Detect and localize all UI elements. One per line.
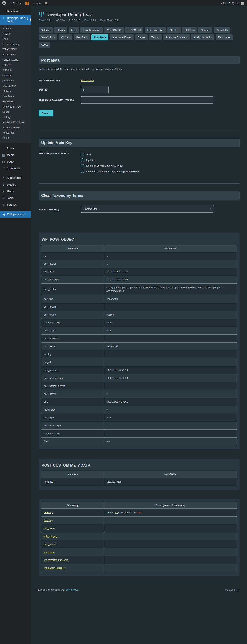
- tab-plugins[interactable]: Plugins: [54, 27, 67, 33]
- submenu-item-post-meta[interactable]: Post Meta: [0, 99, 31, 104]
- sidebar-item-developer-debug-tools[interactable]: ΨDeveloper Debug Tools: [0, 15, 31, 25]
- tab-php-ini[interactable]: PHP.INI: [167, 27, 181, 33]
- debug-adminbar-item[interactable]: ▣: [42, 0, 49, 6]
- tab-site-options[interactable]: Site Options: [39, 34, 57, 40]
- taxonomy-link-wp-pattern-category[interactable]: wp_pattern_category: [44, 566, 65, 569]
- post-id-input[interactable]: [81, 86, 109, 93]
- tab-available-functions[interactable]: Available Functions: [163, 34, 190, 40]
- submenu-item-globals[interactable]: Globals: [0, 88, 31, 94]
- radio-option-update[interactable]: Update: [81, 158, 140, 162]
- version-part: PHP 8.1.12: [69, 19, 80, 21]
- tab-htaccess[interactable]: HTACCESS: [125, 27, 144, 33]
- radio-circle-icon[interactable]: [81, 158, 84, 162]
- tab-available-hooks[interactable]: Available Hooks: [191, 34, 214, 40]
- radio-circle-icon[interactable]: [81, 153, 84, 156]
- my-account-link[interactable]: (User ID: 1) user: [219, 0, 246, 6]
- submenu-item-about[interactable]: About: [0, 135, 31, 140]
- hide-prefixes-input[interactable]: [81, 96, 214, 104]
- submenu-item-shortcode-finder[interactable]: Shortcode Finder: [0, 104, 31, 109]
- tab-error-reporting[interactable]: Error Reporting: [80, 27, 103, 33]
- meta-key-cell: pinged: [41, 358, 104, 366]
- taxonomy-link-post-tag[interactable]: post_tag: [44, 519, 53, 522]
- tab-cron-jobs[interactable]: Cron Jobs: [214, 27, 230, 33]
- taxonomy-select[interactable]: -- Select One --: [81, 205, 214, 212]
- radio-circle-icon[interactable]: [81, 170, 84, 173]
- sidebar-item-media[interactable]: ▦Media: [0, 152, 31, 159]
- radio-option-add[interactable]: Add: [81, 153, 140, 156]
- submenu-item-available-hooks[interactable]: Available Hooks: [0, 125, 31, 130]
- submenu-item-htaccess[interactable]: HTACCESS: [0, 52, 31, 57]
- radio-option-delete-custom-meta-keys-starting-with-keyword[interactable]: Delete Custom Meta Keys Starting with Ke…: [81, 170, 140, 173]
- submenu-item-regex[interactable]: Regex: [0, 109, 31, 114]
- submenu-item-settings[interactable]: Settings: [0, 26, 31, 31]
- submenu-item-wp-config[interactable]: WP-CONFIG: [0, 47, 31, 52]
- tab-regex[interactable]: Regex: [135, 34, 148, 40]
- meta-value-cell: http://127.0.0.1/?p=1: [104, 398, 237, 406]
- tab-logs[interactable]: Logs: [69, 27, 79, 33]
- tab-post-meta[interactable]: Post Meta: [91, 34, 108, 40]
- tab-globals[interactable]: Globals: [59, 34, 72, 40]
- tab-settings[interactable]: Settings: [39, 27, 53, 33]
- taxonomy-link-wp-theme[interactable]: wp_theme: [44, 551, 54, 554]
- radio-circle-icon[interactable]: [81, 164, 84, 168]
- admin-bar: W ⌂ Test site 0 + New ▣ (User ID: 1) use…: [0, 0, 247, 6]
- new-content-link[interactable]: + New: [31, 0, 42, 6]
- sidebar-item-dashboard[interactable]: ⌂Dashboard: [0, 8, 31, 15]
- submenu-item-logs[interactable]: Logs: [0, 36, 31, 42]
- taxonomy-link-wp-template-part-area[interactable]: wp_template_part_area: [44, 559, 68, 561]
- tab-shortcode-finder[interactable]: Shortcode Finder: [110, 34, 134, 40]
- submenu-item-cookies[interactable]: Cookies: [0, 73, 31, 78]
- terms-cell: [104, 548, 237, 556]
- wordpress-footer-link[interactable]: WordPress: [66, 588, 78, 591]
- sidebar-item-pages[interactable]: ▤Pages: [0, 158, 31, 165]
- submenu-item-resources[interactable]: Resources: [0, 130, 31, 135]
- submenu-item-error-reporting[interactable]: Error Reporting: [0, 42, 31, 47]
- terms-cell: [104, 516, 237, 524]
- submenu-item-plugins[interactable]: Plugins: [0, 31, 31, 36]
- collapse-icon: ◀: [1, 212, 5, 216]
- site-name-link[interactable]: ⌂ Test site: [8, 0, 23, 6]
- sidebar-item-appearance[interactable]: ✒Appearance: [0, 175, 31, 182]
- search-button[interactable]: Search: [39, 110, 53, 116]
- section-heading-update-meta-key: Update Meta Key: [39, 139, 240, 147]
- sidebar-item-users[interactable]: ☻Users: [0, 188, 31, 195]
- tab-wp-config[interactable]: WP-CONFIG: [104, 27, 124, 33]
- sidebar-item-comments[interactable]: ❝Comments: [0, 165, 31, 172]
- recent-post-link[interactable]: Hello world!: [81, 79, 94, 82]
- taxonomy-terms-table: Taxonomy Terms (Name | Description) cate…: [41, 502, 237, 572]
- taxonomy-link-post-format[interactable]: post_format: [44, 543, 56, 546]
- submenu-item-testing[interactable]: Testing: [0, 114, 31, 120]
- table-row: filterraw: [41, 438, 237, 446]
- wordpress-logo-button[interactable]: W: [0, 0, 8, 6]
- sidebar-item-posts[interactable]: ✎Posts: [0, 145, 31, 152]
- submenu-item-functions-php[interactable]: Functions.php: [0, 57, 31, 62]
- tab-functions-php[interactable]: Functions.php: [145, 27, 166, 33]
- tab-user-meta[interactable]: User Meta: [73, 34, 90, 40]
- comments-adminbar-link[interactable]: 0: [23, 0, 31, 6]
- meta-key-cell: comment_count: [41, 430, 104, 438]
- submenu-item-php-info[interactable]: PHP Info: [0, 68, 31, 73]
- sidebar-item-tools[interactable]: ⚒Tools: [0, 195, 31, 202]
- tab-about[interactable]: About: [39, 42, 50, 48]
- taxonomy-link-category[interactable]: category: [44, 511, 53, 514]
- sidebar-item-plugins[interactable]: ❖Plugins: [0, 182, 31, 188]
- meta-key-cell: post_title: [41, 295, 104, 303]
- submenu-item-cron-jobs[interactable]: Cron Jobs: [0, 78, 31, 83]
- sidebar-item-collapse-menu[interactable]: ◀Collapse menu: [0, 211, 31, 218]
- radio-option-delete-custom-meta-keys-only[interactable]: Delete (Custom Meta Keys Only): [81, 164, 140, 168]
- section-divider: [39, 131, 240, 131]
- table-row: post_date2022-11-15 12:23:36: [41, 268, 237, 276]
- tab-resources[interactable]: Resources: [216, 34, 233, 40]
- terms-cell: [104, 532, 237, 540]
- taxonomy-link-link-category[interactable]: link_category: [44, 535, 57, 538]
- taxonomy-link-nav-menu[interactable]: nav_menu: [44, 527, 55, 530]
- submenu-item-available-functions[interactable]: Available Functions: [0, 120, 31, 125]
- sidebar-item-settings[interactable]: ⚙Settings: [0, 202, 31, 208]
- submenu-item-php-ini[interactable]: PHP.INI: [0, 62, 31, 68]
- tab-cookies[interactable]: Cookies: [198, 27, 213, 33]
- term-id-link[interactable]: #1: [115, 511, 118, 514]
- tab-testing[interactable]: Testing: [149, 34, 162, 40]
- submenu-item-site-options[interactable]: Site Options: [0, 83, 31, 88]
- tab-php-info[interactable]: PHP Info: [182, 27, 197, 33]
- submenu-item-user-meta[interactable]: User Meta: [0, 94, 31, 99]
